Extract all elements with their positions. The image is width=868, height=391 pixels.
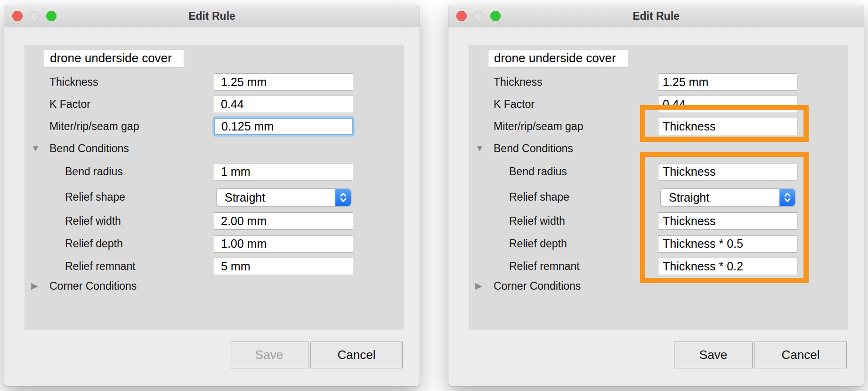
zoom-button[interactable] xyxy=(490,11,501,21)
relief-remnant-row: Relief remnant xyxy=(24,258,404,275)
bend-radius-label: Bend radius xyxy=(509,163,567,180)
bend-conditions-section-header[interactable]: ▼Bend Conditions xyxy=(475,141,573,155)
corner-conditions-label: Corner Conditions xyxy=(49,280,137,292)
rule-name-input[interactable] xyxy=(44,49,184,67)
relief-width-label: Relief width xyxy=(509,212,565,230)
minimize-button[interactable] xyxy=(473,11,484,21)
miter-gap-label: Miter/rip/seam gap xyxy=(49,118,139,135)
bend-radius-input[interactable] xyxy=(214,163,353,180)
relief-remnant-input[interactable] xyxy=(658,258,797,275)
save-button[interactable]: Save xyxy=(674,342,753,368)
thickness-label: Thickness xyxy=(494,73,543,91)
window-title: Edit Rule xyxy=(448,5,864,27)
relief-shape-selected-value: Straight xyxy=(661,191,779,204)
edit-rule-window-left: Edit Rule Thickness K Factor Miter/rip/s… xyxy=(4,5,420,387)
bend-radius-label: Bend radius xyxy=(65,163,123,180)
miter-gap-label: Miter/rip/seam gap xyxy=(494,118,583,135)
disclosure-expanded-icon[interactable]: ▼ xyxy=(475,141,494,155)
relief-depth-input[interactable] xyxy=(658,235,797,253)
relief-shape-selected-value: Straight xyxy=(217,191,335,204)
close-button[interactable] xyxy=(12,11,23,21)
relief-shape-label: Relief shape xyxy=(509,188,569,206)
relief-width-label: Relief width xyxy=(65,212,121,230)
relief-remnant-row: Relief remnant xyxy=(469,258,848,275)
relief-depth-input[interactable] xyxy=(214,235,353,253)
cancel-button[interactable]: Cancel xyxy=(310,342,403,368)
bend-conditions-label: Bend Conditions xyxy=(494,142,573,155)
zoom-button[interactable] xyxy=(46,11,57,21)
thickness-label: Thickness xyxy=(49,73,98,91)
thickness-input[interactable] xyxy=(214,73,353,91)
thickness-row: Thickness xyxy=(24,73,404,91)
relief-width-input[interactable] xyxy=(214,212,353,230)
k-factor-label: K Factor xyxy=(49,96,90,113)
k-factor-input[interactable] xyxy=(214,96,353,113)
traffic-lights xyxy=(12,11,57,21)
edit-rule-window-right: Edit Rule Thickness K Factor Miter/rip/s… xyxy=(448,5,864,387)
k-factor-label: K Factor xyxy=(494,96,535,113)
relief-depth-row: Relief depth xyxy=(469,235,848,253)
relief-shape-dropdown[interactable]: Straight xyxy=(660,188,795,206)
relief-shape-row: Relief shape Straight xyxy=(24,188,404,206)
miter-gap-input[interactable] xyxy=(214,118,353,135)
rule-name-input[interactable] xyxy=(488,49,628,67)
disclosure-collapsed-icon[interactable]: ▶ xyxy=(31,279,49,293)
relief-width-row: Relief width xyxy=(469,212,848,230)
disclosure-expanded-icon[interactable]: ▼ xyxy=(31,141,49,155)
form-panel: Thickness K Factor Miter/rip/seam gap ▼B… xyxy=(24,45,404,330)
miter-gap-row: Miter/rip/seam gap xyxy=(469,118,848,135)
popup-stepper-icon xyxy=(779,188,795,206)
titlebar[interactable]: Edit Rule xyxy=(4,5,420,27)
window-title: Edit Rule xyxy=(4,5,420,27)
bend-conditions-label: Bend Conditions xyxy=(49,142,129,155)
relief-shape-label: Relief shape xyxy=(65,188,125,206)
relief-width-row: Relief width xyxy=(24,212,404,230)
corner-conditions-section-header[interactable]: ▶Corner Conditions xyxy=(31,278,137,293)
relief-depth-label: Relief depth xyxy=(65,235,123,253)
relief-width-input[interactable] xyxy=(658,212,797,230)
popup-stepper-icon xyxy=(335,188,351,206)
relief-depth-row: Relief depth xyxy=(24,235,404,253)
minimize-button[interactable] xyxy=(29,11,40,21)
relief-shape-row: Relief shape Straight xyxy=(469,188,848,206)
relief-depth-label: Relief depth xyxy=(509,235,567,253)
thickness-input[interactable] xyxy=(658,73,797,91)
save-button[interactable]: Save xyxy=(230,342,308,368)
form-panel: Thickness K Factor Miter/rip/seam gap ▼B… xyxy=(469,45,848,330)
close-button[interactable] xyxy=(456,11,467,21)
k-factor-row: K Factor xyxy=(469,96,848,113)
k-factor-input[interactable] xyxy=(658,96,797,113)
relief-remnant-label: Relief remnant xyxy=(509,258,580,275)
cancel-button[interactable]: Cancel xyxy=(754,342,847,368)
corner-conditions-label: Corner Conditions xyxy=(494,280,581,292)
bend-radius-row: Bend radius xyxy=(24,163,404,180)
relief-shape-dropdown[interactable]: Straight xyxy=(216,188,351,206)
bend-conditions-section-header[interactable]: ▼Bend Conditions xyxy=(31,141,129,155)
miter-gap-input[interactable] xyxy=(658,118,797,135)
titlebar[interactable]: Edit Rule xyxy=(448,5,864,27)
traffic-lights xyxy=(456,11,501,21)
k-factor-row: K Factor xyxy=(24,96,404,113)
disclosure-collapsed-icon[interactable]: ▶ xyxy=(475,279,494,293)
bend-radius-row: Bend radius xyxy=(469,163,848,180)
relief-remnant-label: Relief remnant xyxy=(65,258,136,275)
corner-conditions-section-header[interactable]: ▶Corner Conditions xyxy=(475,278,581,293)
miter-gap-row: Miter/rip/seam gap xyxy=(24,118,404,135)
bend-radius-input[interactable] xyxy=(658,163,797,180)
relief-remnant-input[interactable] xyxy=(214,258,353,275)
thickness-row: Thickness xyxy=(469,73,848,91)
